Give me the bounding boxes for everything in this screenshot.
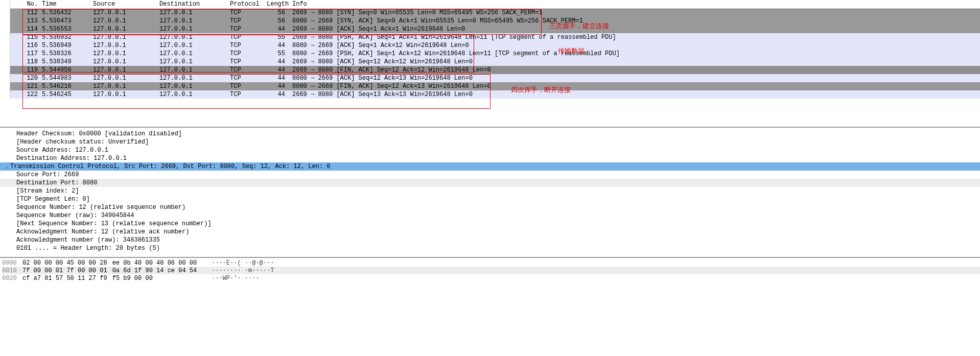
col-src[interactable]: Source <box>91 1 157 8</box>
cell-time: 5.544983 <box>40 75 91 82</box>
detail-line[interactable]: Sequence Number: 12 (relative sequence n… <box>0 203 980 211</box>
cell-src: 127.0.0.1 <box>91 34 157 41</box>
packet-list[interactable]: 1125.536432127.0.0.1127.0.0.1TCP562669 →… <box>10 9 980 99</box>
cell-len: 55 <box>265 34 287 41</box>
hex-row[interactable]: 000002 00 00 00 45 00 00 28ee 0b 40 00 4… <box>2 259 980 267</box>
detail-line[interactable]: Header Checksum: 0x0000 [validation disa… <box>0 130 980 138</box>
cell-no: 116 <box>10 42 40 49</box>
detail-line[interactable]: 0101 .... = Header Length: 20 bytes (5) <box>0 244 980 252</box>
cell-len: 44 <box>265 75 287 82</box>
detail-line[interactable]: Sequence Number (raw): 349045844 <box>0 211 980 220</box>
cell-time: 5.536473 <box>40 17 91 25</box>
col-dst[interactable]: Destination <box>157 1 228 8</box>
hex-ascii: ····E··( ··@·@··· <box>212 259 274 267</box>
packet-row[interactable]: 1155.536932127.0.0.1127.0.0.1TCP552669 →… <box>10 33 980 41</box>
packet-row[interactable]: 1135.536473127.0.0.1127.0.0.1TCP568080 →… <box>10 17 980 25</box>
cell-dst: 127.0.0.1 <box>157 34 228 41</box>
detail-text: [Stream index: 2] <box>16 187 79 195</box>
hex-bytes: cf a7 81 57 50 11 27 f9f5 b9 00 00 <box>22 275 212 282</box>
packet-row[interactable]: 1145.536553127.0.0.1127.0.0.1TCP442669 →… <box>10 25 980 33</box>
detail-line[interactable]: Acknowledgment Number: 12 (relative ack … <box>0 228 980 236</box>
detail-text: Acknowledgment Number: 12 (relative ack … <box>16 228 189 235</box>
detail-line[interactable]: [Header checksum status: Unverified] <box>0 138 980 146</box>
hex-bytes: 7f 00 00 01 7f 00 00 010a 6d 1f 90 14 ce… <box>22 267 212 274</box>
packet-row[interactable]: 1185.538349127.0.0.1127.0.0.1TCP442669 →… <box>10 58 980 66</box>
cell-no: 121 <box>10 83 40 90</box>
cell-src: 127.0.0.1 <box>91 75 157 82</box>
cell-no: 119 <box>10 66 40 74</box>
cell-proto: TCP <box>228 9 265 16</box>
hex-row[interactable]: 0020cf a7 81 57 50 11 27 f9f5 b9 00 00··… <box>2 274 980 282</box>
cell-dst: 127.0.0.1 <box>157 50 228 57</box>
detail-text: Sequence Number (raw): 349045844 <box>16 212 134 219</box>
cell-dst: 127.0.0.1 <box>157 42 228 49</box>
packet-row[interactable]: 1205.544983127.0.0.1127.0.0.1TCP448080 →… <box>10 74 980 82</box>
cell-info: 8080 → 2669 [FIN, ACK] Seq=12 Ack=13 Win… <box>287 83 980 90</box>
detail-line[interactable]: ⌄Transmission Control Protocol, Src Port… <box>0 162 980 171</box>
cell-src: 127.0.0.1 <box>91 50 157 57</box>
packet-details-pane[interactable]: Header Checksum: 0x0000 [validation disa… <box>0 127 980 257</box>
packet-row[interactable]: 1225.546245127.0.0.1127.0.0.1TCP442669 →… <box>10 90 980 99</box>
cell-time: 5.546216 <box>40 83 91 90</box>
cell-src: 127.0.0.1 <box>91 42 157 49</box>
cell-proto: TCP <box>228 91 265 98</box>
detail-line[interactable]: [Next Sequence Number: 13 (relative sequ… <box>0 220 980 228</box>
cell-src: 127.0.0.1 <box>91 66 157 74</box>
cell-proto: TCP <box>228 66 265 74</box>
cell-proto: TCP <box>228 42 265 49</box>
packet-row[interactable]: 1165.536949127.0.0.1127.0.0.1TCP448080 →… <box>10 41 980 50</box>
cell-info: 2669 → 8080 [ACK] Seq=1 Ack=1 Win=261964… <box>287 26 980 33</box>
cell-time: 5.536932 <box>40 34 91 41</box>
cell-dst: 127.0.0.1 <box>157 75 228 82</box>
cell-dst: 127.0.0.1 <box>157 66 228 74</box>
cell-len: 44 <box>265 58 287 65</box>
cell-src: 127.0.0.1 <box>91 83 157 90</box>
cell-no: 112 <box>10 9 40 16</box>
hex-bytes: 02 00 00 00 45 00 00 28ee 0b 40 00 40 06… <box>22 259 212 267</box>
col-info[interactable]: Info <box>287 1 980 8</box>
hex-dump-pane[interactable]: 000002 00 00 00 45 00 00 28ee 0b 40 00 4… <box>0 257 980 283</box>
cell-info: 2669 → 8080 [ACK] Seq=12 Ack=12 Win=2619… <box>287 58 980 65</box>
col-len[interactable]: Length <box>265 1 287 8</box>
cell-proto: TCP <box>228 58 265 65</box>
packet-row[interactable]: 1195.544956127.0.0.1127.0.0.1TCP442669 →… <box>10 66 980 74</box>
col-time[interactable]: Time <box>40 1 91 8</box>
detail-text: [TCP Segment Len: 0] <box>16 196 90 203</box>
cell-no: 120 <box>10 75 40 82</box>
detail-text: Destination Port: 8080 <box>16 179 97 186</box>
packet-row[interactable]: 1125.536432127.0.0.1127.0.0.1TCP562669 →… <box>10 9 980 17</box>
expand-toggle-icon[interactable]: ⌄ <box>4 162 9 171</box>
col-proto[interactable]: Protocol <box>228 1 265 8</box>
packet-list-header[interactable]: No. Time Source Destination Protocol Len… <box>10 0 980 9</box>
detail-line[interactable]: Acknowledgment number (raw): 3483861335 <box>0 236 980 244</box>
detail-text: [Header checksum status: Unverified] <box>16 138 149 146</box>
cell-no: 114 <box>10 26 40 33</box>
packet-row[interactable]: 1215.546216127.0.0.1127.0.0.1TCP448080 →… <box>10 82 980 90</box>
detail-line[interactable]: [TCP Segment Len: 0] <box>0 195 980 203</box>
detail-line[interactable]: Source Port: 2669 <box>0 171 980 179</box>
cell-time: 5.538326 <box>40 50 91 57</box>
cell-len: 44 <box>265 42 287 49</box>
col-no[interactable]: No. <box>10 1 40 8</box>
cell-len: 44 <box>265 26 287 33</box>
cell-dst: 127.0.0.1 <box>157 58 228 65</box>
packet-row[interactable]: 1175.538326127.0.0.1127.0.0.1TCP558080 →… <box>10 50 980 58</box>
cell-src: 127.0.0.1 <box>91 26 157 33</box>
cell-len: 44 <box>265 83 287 90</box>
cell-info: 2669 → 8080 [FIN, ACK] Seq=12 Ack=12 Win… <box>287 66 980 74</box>
hex-row[interactable]: 00107f 00 00 01 7f 00 00 010a 6d 1f 90 1… <box>2 267 980 274</box>
cell-dst: 127.0.0.1 <box>157 91 228 98</box>
cell-no: 117 <box>10 50 40 57</box>
detail-line[interactable]: [Stream index: 2] <box>0 187 980 195</box>
detail-text: Header Checksum: 0x0000 [validation disa… <box>16 130 182 137</box>
cell-proto: TCP <box>228 34 265 41</box>
detail-line[interactable]: Destination Port: 8080 <box>0 179 980 187</box>
cell-len: 44 <box>265 91 287 98</box>
cell-proto: TCP <box>228 17 265 25</box>
cell-dst: 127.0.0.1 <box>157 83 228 90</box>
detail-line[interactable]: Source Address: 127.0.0.1 <box>0 146 980 154</box>
detail-text: Destination Address: 127.0.0.1 <box>16 155 127 162</box>
cell-time: 5.546245 <box>40 91 91 98</box>
hex-offset: 0020 <box>2 275 22 282</box>
detail-line[interactable]: Destination Address: 127.0.0.1 <box>0 154 980 162</box>
